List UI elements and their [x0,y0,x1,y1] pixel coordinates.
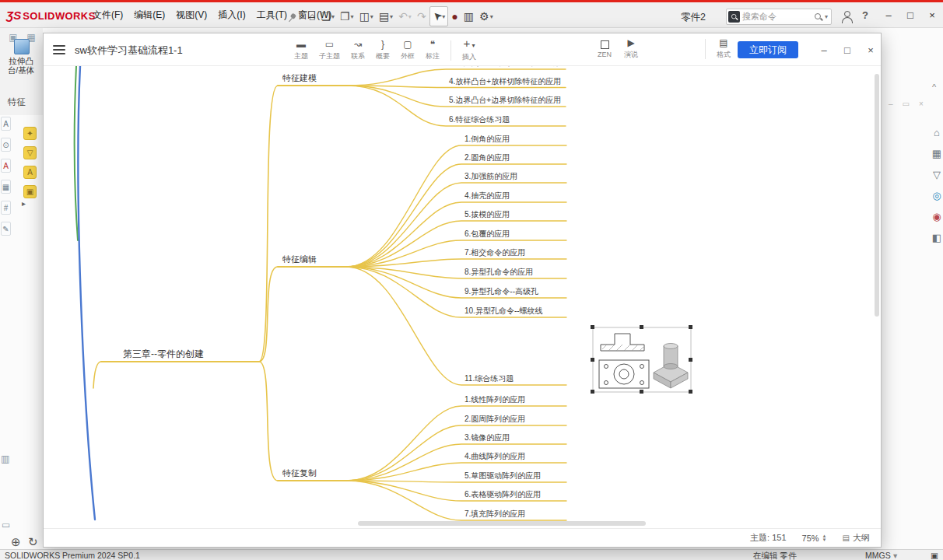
vertical-scrollbar[interactable] [875,74,879,317]
leaf-topic-2-3[interactable]: 4.曲线阵列的应用 [464,451,525,462]
menu-item-1[interactable]: 编辑(E) [128,2,170,28]
taskpane-panes-icon[interactable]: ▦ [931,147,943,159]
mindmap-minimize-button[interactable]: – [812,40,836,59]
redo-button[interactable]: ↷ [415,6,429,26]
grid-icon[interactable]: ▦ [1,180,11,194]
leaf-topic-0-0[interactable]: 3.扫描凸台+扫描切除特征的应用 [449,66,561,68]
view-pane-icon[interactable]: ▥ [1,453,9,464]
leaf-topic-1-7[interactable]: 8.异型孔命令的应用 [464,267,533,278]
select-cursor-button[interactable]: ➤▾ [429,6,449,26]
search-caret-icon[interactable]: ▾ [825,13,828,20]
eye-icon[interactable]: ⊙ [1,138,11,152]
menu-item-2[interactable]: 视图(V) [170,2,212,28]
status-units-caret-icon[interactable]: ▾ [893,551,897,560]
extrude-boss-icon[interactable] [14,39,30,54]
leaf-topic-1-4[interactable]: 5.拔模的应用 [464,209,510,220]
leaf-topic-2-5[interactable]: 6.表格驱动阵列的应用 [464,489,541,500]
undo-button[interactable]: ↶▾ [396,6,414,26]
flyout-arrow-icon[interactable]: ▸ [22,199,26,208]
leaf-topic-1-9[interactable]: 10.异型孔命令--螺纹线 [464,306,543,317]
mindmap-close-button[interactable]: × [859,40,882,59]
outline-toggle[interactable]: ▤ 大纲 [843,532,870,544]
help-icon[interactable]: ? [862,9,868,21]
present-button[interactable]: ▶ 演说 [624,38,638,60]
options-gear-button[interactable]: ⚙▾ [477,6,496,26]
taskpane-home-icon[interactable]: ⌂ [931,126,943,138]
child-minimize-icon[interactable]: – [889,100,893,108]
mindmap-maximize-button[interactable]: □ [836,40,859,59]
home-button[interactable]: ⌂ [307,6,317,26]
pencil-icon[interactable]: ✎ [1,222,11,236]
leaf-topic-1-0[interactable]: 1.倒角的应用 [464,134,510,145]
branch-topic-1[interactable]: 特征编辑 [282,254,317,265]
format-button[interactable]: ▤ 格式 [717,38,731,60]
mm-tool-subtopic[interactable]: ▭子主题 [319,40,340,61]
origin-crosshair-icon[interactable]: ⊕ [11,535,21,549]
leaf-topic-2-2[interactable]: 3.镜像的应用 [464,432,510,443]
menu-item-3[interactable]: 插入(I) [212,2,251,28]
collapse-panel-icon[interactable]: ^ [932,82,936,92]
horizontal-scrollbar[interactable] [358,521,646,526]
rebuild-icon[interactable]: ↻ [28,535,38,549]
leaf-topic-0-2[interactable]: 5.边界凸台+边界切除特征的应用 [449,95,561,106]
status-units[interactable]: MMGS [865,551,891,560]
mm-tool-topic[interactable]: ▬主题 [294,40,308,61]
subscribe-button[interactable]: 立即订阅 [738,41,798,58]
hamburger-menu-icon[interactable] [53,45,65,54]
mm-tool-relationship[interactable]: ↝联系 [351,40,365,61]
maximize-button[interactable]: □ [899,2,921,28]
zoom-control[interactable]: 75% ▲▼ [802,534,827,543]
document-properties-button[interactable]: ▥ [461,6,476,26]
search-input[interactable]: 搜索命令 [742,11,814,23]
mm-tool-insert[interactable]: + ▾插入 [462,38,476,62]
open-folder-button[interactable]: ❐▾ [338,6,356,26]
branch-topic-0[interactable]: 特征建模 [282,72,317,84]
tab-features[interactable]: 特征 [8,96,26,108]
leaf-topic-2-0[interactable]: 1.线性阵列的应用 [464,394,525,405]
topic-attachment-image[interactable] [591,325,692,394]
zen-mode-button[interactable]: ZEN [598,40,612,58]
zoom-stepper[interactable]: ▲▼ [822,534,827,542]
mindmap-canvas[interactable]: 特征建模3.扫描凸台+扫描切除特征的应用4.放样凸台+放样切除特征的应用5.边界… [44,66,881,528]
save-button[interactable]: ◫▾ [357,6,376,26]
taskpane-globe-icon[interactable]: ◎ [931,189,943,201]
new-document-button[interactable]: ❏▾ [318,6,337,26]
minimize-button[interactable]: – [878,2,899,28]
leaf-topic-1-3[interactable]: 4.抽壳的应用 [464,191,510,201]
taskpane-appearance-icon[interactable]: ◉ [931,210,943,222]
mm-tool-summary[interactable]: }概要 [376,40,390,61]
search-box[interactable]: 搜索命令 ▾ [726,9,832,25]
root-topic[interactable]: 第三章--零件的创建 [123,348,204,361]
leaf-topic-1-2[interactable]: 3.加强筋的应用 [464,171,517,182]
search-icon[interactable] [814,12,823,22]
zoom-out-icon[interactable]: ▼ [822,538,827,542]
leaf-topic-2-6[interactable]: 7.填充阵列的应用 [464,509,525,520]
menu-item-0[interactable]: 文件(F) [87,2,128,28]
child-close-icon[interactable]: × [919,100,924,108]
search-scope-icon[interactable] [728,11,740,23]
status-grid-icon[interactable]: ▣ [931,551,938,560]
leaf-topic-1-6[interactable]: 7.相交命令的应用 [464,247,525,258]
leaf-topic-2-4[interactable]: 5.草图驱动阵列的应用 [464,471,541,481]
spellcheck-icon[interactable]: A [1,159,11,173]
viewport-icon[interactable]: ▭ [2,520,10,530]
sphere-tool-button[interactable]: ● [449,6,460,26]
mm-tool-boundary[interactable]: ▢外框 [401,40,415,61]
featuremanager-label-icon[interactable]: A [23,166,37,179]
featuremanager-folder-icon[interactable]: ▣ [23,185,37,198]
user-account-icon[interactable] [840,11,853,23]
featuremanager-filter-icon[interactable]: ▽ [23,146,37,159]
taskpane-filter-icon[interactable]: ▽ [931,168,943,180]
print-button[interactable]: ▤▾ [377,6,395,26]
featuremanager-wrench-icon[interactable]: ✦ [23,127,37,140]
taskpane-properties-icon[interactable]: ◧ [931,231,943,243]
leaf-topic-1-8[interactable]: 9.异型孔命令--高级孔 [464,286,538,297]
leaf-topic-1-10[interactable]: 11.综合练习题 [464,373,514,384]
leaf-topic-2-1[interactable]: 2.圆周阵列的应用 [464,414,525,425]
mm-tool-callout[interactable]: ❝标注 [426,40,440,61]
child-restore-icon[interactable]: ▭ [903,100,910,108]
leaf-topic-1-1[interactable]: 2.圆角的应用 [464,152,510,163]
note-icon[interactable]: A [1,117,11,131]
close-button[interactable]: × [921,2,943,28]
hatch-icon[interactable]: # [1,201,11,215]
